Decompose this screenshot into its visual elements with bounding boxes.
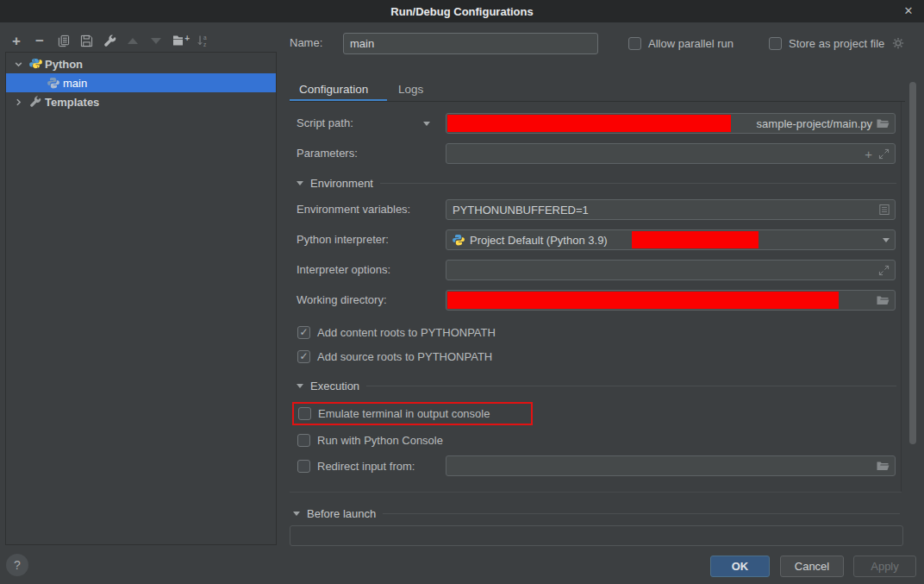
collapse-triangle-icon[interactable] (297, 181, 303, 185)
browse-folder-icon[interactable] (876, 461, 890, 472)
collapse-triangle-icon[interactable] (297, 384, 303, 388)
add-configuration-icon[interactable]: + (9, 33, 24, 48)
redirect-input-field[interactable] (446, 455, 896, 476)
script-path-label: Script path: (297, 113, 353, 134)
parameters-field[interactable]: + (446, 143, 896, 164)
content-pane-border (901, 102, 902, 492)
environment-section-header[interactable]: Environment (297, 177, 896, 190)
sort-configurations-icon[interactable]: az (195, 33, 210, 48)
section-divider (380, 183, 896, 184)
browse-folder-icon[interactable] (876, 118, 890, 129)
before-launch-section-header[interactable]: Before launch (293, 507, 900, 520)
before-launch-section-label: Before launch (307, 507, 376, 520)
python-file-icon (47, 76, 60, 90)
tree-item-python[interactable]: Python (6, 54, 276, 73)
configurations-toolbar: + − + az (9, 31, 210, 50)
redirect-input-row: ✓ Redirect input from: (297, 456, 415, 475)
section-divider (383, 513, 900, 514)
edit-variables-icon[interactable] (879, 204, 890, 216)
expand-field-icon[interactable] (878, 265, 890, 276)
tree-item-label: main (63, 77, 87, 90)
environment-variables-label: Environment variables: (297, 199, 410, 220)
add-content-roots-row: ✓ Add content roots to PYTHONPATH (297, 323, 496, 342)
environment-variables-value: PYTHONUNBUFFERED=1 (453, 204, 589, 217)
python-interpreter-value: Project Default (Python 3.9) (470, 234, 608, 247)
collapse-triangle-icon[interactable] (293, 512, 300, 516)
expand-field-icon[interactable] (878, 148, 890, 160)
copy-configuration-icon[interactable] (55, 33, 71, 48)
save-configuration-icon[interactable] (78, 33, 94, 48)
tab-configuration[interactable]: Configuration (299, 83, 368, 96)
tab-logs[interactable]: Logs (398, 83, 423, 96)
redaction-overlay (632, 231, 759, 248)
name-input[interactable]: main (343, 33, 598, 54)
add-source-roots-label: Add source roots to PYTHONPATH (317, 350, 492, 363)
before-launch-task-list[interactable] (290, 525, 903, 546)
store-as-project-file-row: ✓ Store as project file (769, 34, 904, 53)
run-with-python-console-label: Run with Python Console (317, 434, 443, 447)
tree-item-label: Python (45, 58, 83, 71)
run-with-python-console-row: ✓ Run with Python Console (297, 430, 443, 449)
templates-wrench-icon (28, 95, 42, 109)
tab-divider (290, 101, 905, 102)
edit-templates-icon[interactable] (102, 33, 117, 48)
svg-text:a: a (203, 35, 207, 41)
new-folder-icon[interactable]: + (172, 33, 187, 48)
tree-item-templates[interactable]: Templates (6, 92, 276, 111)
redaction-overlay (447, 292, 839, 309)
store-as-project-file-label: Store as project file (789, 37, 884, 50)
dialog-titlebar: Run/Debug Configurations ✕ (0, 0, 924, 22)
allow-parallel-run-label: Allow parallel run (648, 37, 734, 50)
move-down-icon[interactable] (148, 33, 164, 48)
tree-item-label: Templates (45, 96, 99, 109)
redaction-overlay (447, 115, 731, 132)
content-pane-border-bottom (290, 492, 902, 493)
emulate-terminal-checkbox[interactable]: ✓ (298, 407, 311, 420)
add-source-roots-checkbox[interactable]: ✓ (297, 350, 310, 363)
remove-configuration-icon[interactable]: − (32, 33, 47, 48)
gear-icon[interactable] (892, 37, 904, 49)
cancel-button[interactable]: Cancel (780, 556, 844, 577)
chevron-down-icon[interactable] (13, 59, 23, 69)
emulate-terminal-label: Emulate terminal in output console (318, 407, 490, 420)
run-with-python-console-checkbox[interactable]: ✓ (297, 434, 310, 447)
configurations-tree: Python main Templates (5, 52, 277, 545)
environment-section-label: Environment (310, 177, 373, 190)
allow-parallel-run-checkbox[interactable]: ✓ (628, 37, 641, 50)
allow-parallel-run-row: ✓ Allow parallel run (628, 34, 734, 53)
emulate-terminal-highlight-box: ✓ Emulate terminal in output console (292, 402, 533, 425)
add-macro-icon[interactable]: + (865, 147, 872, 161)
help-icon: ? (14, 558, 21, 572)
python-interpreter-label: Python interpreter: (297, 229, 389, 250)
redirect-input-checkbox[interactable]: ✓ (297, 460, 310, 473)
script-path-dropdown-icon[interactable] (423, 122, 430, 126)
script-path-value: sample-project/main.py (757, 117, 872, 130)
python-logo-icon (453, 234, 465, 246)
working-directory-label: Working directory: (297, 290, 387, 311)
execution-section-label: Execution (310, 380, 359, 392)
svg-text:z: z (203, 41, 206, 47)
add-source-roots-row: ✓ Add source roots to PYTHONPATH (297, 347, 492, 366)
ok-button[interactable]: OK (710, 556, 770, 577)
apply-button[interactable]: Apply (853, 556, 916, 577)
chevron-right-icon[interactable] (13, 97, 23, 107)
close-icon[interactable]: ✕ (901, 3, 916, 18)
interpreter-options-field[interactable] (446, 260, 896, 280)
execution-section-header[interactable]: Execution (297, 380, 896, 392)
help-button[interactable]: ? (6, 554, 28, 576)
vertical-scrollbar[interactable] (909, 82, 916, 444)
redirect-input-label: Redirect input from: (317, 460, 415, 473)
browse-folder-icon[interactable] (876, 295, 890, 306)
add-content-roots-checkbox[interactable]: ✓ (297, 326, 310, 339)
interpreter-options-label: Interpreter options: (297, 260, 390, 280)
section-divider (366, 386, 896, 386)
add-content-roots-label: Add content roots to PYTHONPATH (317, 326, 496, 339)
store-as-project-file-checkbox[interactable]: ✓ (769, 37, 782, 50)
tree-item-main[interactable]: main (6, 73, 276, 92)
move-up-icon[interactable] (125, 33, 140, 48)
dialog-title: Run/Debug Configurations (390, 5, 533, 18)
python-logo-icon (28, 57, 42, 71)
name-value: main (350, 37, 374, 50)
environment-variables-field[interactable]: PYTHONUNBUFFERED=1 (446, 199, 896, 220)
interpreter-dropdown-icon[interactable] (883, 238, 890, 242)
